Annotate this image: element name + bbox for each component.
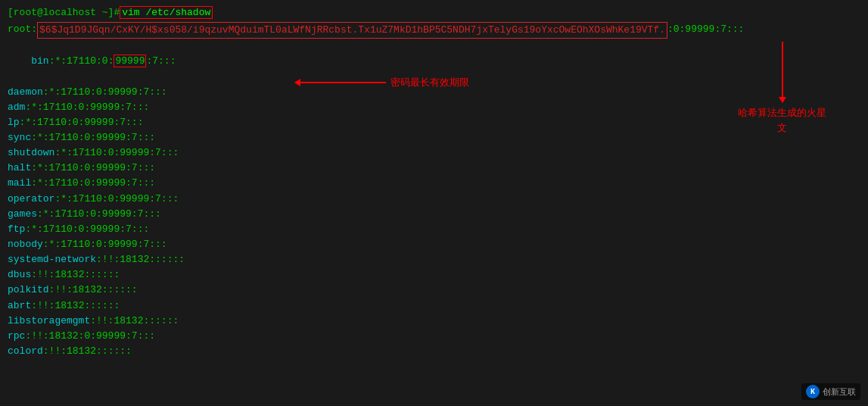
line-games: games:*:17110:0:99999:7::: — [8, 207, 860, 222]
annotation-right-text: 哈希算法生成的火星 文 — [738, 105, 826, 135]
watermark-label: 创新互联 — [823, 386, 856, 398]
arrow-down-icon — [782, 42, 783, 102]
root-hash: $6$Jq1D9JGqn/CxKY/H$xs058/i9qzuvMQduimTL… — [37, 22, 667, 39]
root-line: root:$6$Jq1D9JGqn/CxKY/H$xs058/i9qzuvMQd… — [8, 22, 860, 39]
line-dbus: dbus:!!:18132:::::: — [8, 267, 860, 283]
command-text: vim /etc/shadow — [120, 6, 213, 19]
annotation-hash: 哈希算法生成的火星 文 — [738, 42, 826, 135]
root-user: root — [8, 22, 31, 37]
line-shutdown: shutdown:*:17110:0:99999:7::: — [8, 145, 860, 161]
line-sync: sync:*:17110:0:99999:7::: — [8, 130, 860, 145]
line-halt: halt:*:17110:0:99999:7::: — [8, 161, 860, 176]
watermark-icon: K — [806, 385, 820, 398]
watermark: K 创新互联 — [801, 383, 860, 400]
prompt-line: [root@localhost ~]# vim /etc/shadow — [8, 6, 860, 19]
line-rpc: rpc:!!:18132:0:99999:7::: — [8, 329, 860, 344]
line-libstoragemgmt: libstoragemgmt:!!:18132:::::: — [8, 314, 860, 329]
line-polkitd: polkitd:!!:18132:::::: — [8, 283, 860, 298]
line-mail: mail:*:17110:0:99999:7::: — [8, 176, 860, 191]
line-abrt: abrt:!!:18132:::::: — [8, 298, 860, 314]
line-nobody: nobody:*:17110:0:99999:7::: — [8, 237, 860, 252]
line-lp: lp:*:17110:0:99999:7::: — [8, 115, 860, 130]
prompt-bracket: [root@localhost ~]# — [8, 7, 120, 18]
line-operator: operator:*:17110:0:99999:7::: — [8, 192, 860, 207]
terminal-window: [root@localhost ~]# vim /etc/shadow root… — [0, 0, 868, 406]
line-ftp: ftp:*:17110:0:99999:7::: — [8, 222, 860, 237]
line-colord: colord:!!:18132:::::: — [8, 344, 860, 359]
arrow-left-icon — [295, 82, 386, 83]
bin-maxdays: 99999 — [114, 55, 146, 67]
annotation-left-text: 密码最长有效期限 — [390, 76, 469, 89]
line-adm: adm:*:17110:0:99999:7::: — [8, 100, 860, 115]
line-systemd-network: systemd-network:!!:18132:::::: — [8, 252, 860, 267]
annotation-password-expiry: 密码最长有效期限 — [295, 76, 469, 89]
